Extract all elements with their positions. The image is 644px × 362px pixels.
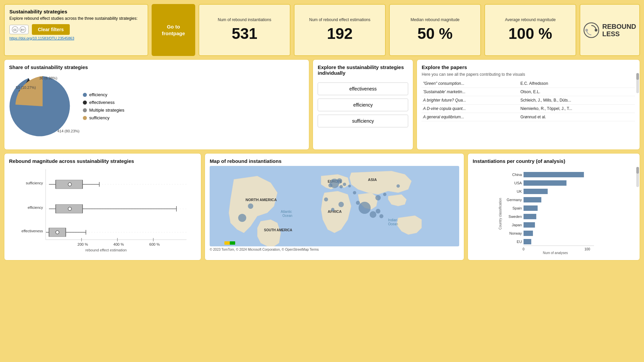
logo-line2: LESS	[602, 30, 620, 38]
pie-legend: efficiency effectiveness Multiple strate…	[83, 92, 124, 120]
legend-item-sufficiency: sufficiency	[83, 115, 124, 120]
svg-point-61	[383, 193, 386, 196]
stat-value-3: 100 %	[508, 24, 552, 43]
papers-title: Explore the papers	[422, 64, 635, 70]
svg-point-35	[68, 207, 71, 210]
svg-text:600 %: 600 %	[149, 242, 160, 246]
strategy-btn-sufficiency[interactable]: sufficiency	[318, 115, 408, 127]
svg-text:Spain: Spain	[513, 206, 522, 210]
svg-text:AFRICA: AFRICA	[328, 209, 342, 214]
clear-filters-button[interactable]: Clear filters	[32, 24, 70, 35]
stat-card-average: Average rebound magnitude 100 %	[484, 4, 576, 56]
svg-point-69	[338, 202, 344, 207]
doi-link[interactable]: https://doi.org/10.11583/DTU.23545863	[9, 36, 143, 40]
go-frontpage-button[interactable]: Go to frontpage	[152, 4, 195, 56]
svg-text:Indian: Indian	[388, 218, 397, 222]
legend-dot-multiple	[83, 108, 87, 112]
papers-scrollbar[interactable]	[636, 73, 639, 93]
svg-point-72	[353, 191, 356, 194]
papers-scrollbar-thumb	[636, 73, 639, 80]
legend-item-multiple: Multiple strategies	[83, 108, 124, 113]
app-title: Sustainability strategies	[9, 9, 143, 14]
svg-rect-74	[230, 241, 235, 245]
svg-text:400 %: 400 %	[113, 242, 124, 246]
strategy-btn-effectiveness[interactable]: effectiveness	[318, 82, 408, 95]
barchart-svg: Country classification China USA UK Germ…	[473, 166, 635, 255]
pie-label-medium: 53 (10.27%)	[16, 85, 36, 89]
paper-author: Niemierko, R., Töppel, J., T...	[519, 105, 635, 113]
paper-author: Schleich, J., Mills, B., Düts...	[519, 96, 635, 105]
pie-chart-panel: Share of sustainability strategies 36 (6…	[4, 59, 309, 150]
barchart-area: Country classification China USA UK Germ…	[473, 166, 635, 255]
stat-value-0: 531	[232, 24, 258, 43]
svg-point-55	[328, 183, 332, 187]
pie-chart-title: Share of sustainability strategies	[9, 64, 304, 70]
strategies-buttons: effectiveness efficiency sufficiency	[318, 82, 408, 127]
legend-dot-sufficiency	[83, 116, 87, 120]
svg-rect-91	[524, 231, 533, 236]
svg-text:100: 100	[585, 247, 590, 251]
logo-area: REBOUND LESS	[580, 4, 640, 56]
papers-row[interactable]: A general equilibrium...Grønnud et al.	[422, 113, 635, 121]
cc-badge: cc BY	[9, 25, 29, 34]
stat-label-2: Median rebound magnitude	[411, 17, 460, 23]
papers-table: "Green" consumption...E.C. Alfredsson'Su…	[422, 79, 635, 121]
strategies-title: Explore the sustainability strategies in…	[318, 64, 408, 76]
legend-item-effectiveness: effectiveness	[83, 100, 124, 105]
svg-point-62	[356, 201, 360, 205]
legend-dot-effectiveness	[83, 101, 87, 105]
logo-inner: REBOUND LESS	[583, 22, 636, 38]
papers-row[interactable]: A brighter future? Qua...Schleich, J., M…	[422, 96, 635, 105]
stat-card-median: Median rebound magnitude 50 %	[389, 4, 481, 56]
svg-point-6	[585, 29, 588, 32]
svg-text:ASIA: ASIA	[368, 178, 377, 182]
svg-text:Ocean: Ocean	[388, 222, 398, 226]
svg-rect-83	[524, 197, 541, 202]
rebound-less-logo-icon	[583, 22, 599, 38]
svg-point-59	[396, 184, 400, 188]
barchart-scrollbar-thumb	[636, 167, 639, 174]
svg-text:rebound effect estimation: rebound effect estimation	[85, 248, 126, 252]
svg-text:Num of analyses: Num of analyses	[543, 251, 568, 255]
pie-label-small: 36 (6.98%)	[39, 76, 57, 80]
map-panel: Map of rebound instantiations	[205, 153, 464, 260]
svg-text:China: China	[512, 173, 522, 177]
svg-point-65	[376, 209, 380, 214]
stat-card-instantiations: Num of rebound instantiations 531	[199, 4, 290, 56]
papers-row[interactable]: "Green" consumption...E.C. Alfredsson	[422, 79, 635, 88]
paper-title: 'Sustainable' marketin...	[422, 88, 519, 96]
svg-text:BY: BY	[21, 28, 25, 32]
main-middle-row: Share of sustainability strategies 36 (6…	[4, 59, 640, 150]
svg-text:Ocean: Ocean	[282, 214, 292, 218]
svg-text:Atlantic: Atlantic	[281, 210, 292, 214]
svg-point-28	[68, 183, 71, 186]
svg-point-57	[348, 185, 351, 187]
papers-row[interactable]: A D-vine copula quant...Niemierko, R., T…	[422, 105, 635, 113]
paper-title: A brighter future? Qua...	[422, 96, 519, 105]
legend-label-efficiency: efficiency	[89, 92, 107, 97]
map-container: NORTH AMERICA SOUTH AMERICA EUROPE ASIA …	[210, 166, 459, 246]
strategies-panel: Explore the sustainability strategies in…	[313, 59, 413, 150]
barchart-scrollbar[interactable]	[636, 167, 639, 187]
boxplot-title: Rebound magnitude across sustainability …	[9, 158, 196, 164]
svg-point-64	[370, 211, 376, 218]
svg-point-58	[339, 185, 343, 188]
svg-rect-87	[524, 214, 536, 219]
legend-item-efficiency: efficiency	[83, 92, 124, 97]
svg-rect-93	[524, 239, 531, 244]
svg-point-60	[375, 195, 381, 200]
svg-text:UK: UK	[517, 189, 522, 193]
strategy-btn-efficiency[interactable]: efficiency	[318, 99, 408, 111]
paper-title: A D-vine copula quant...	[422, 105, 519, 113]
svg-text:effectiveness: effectiveness	[21, 229, 43, 233]
cc-icon: cc	[12, 26, 18, 33]
svg-point-54	[337, 178, 342, 184]
papers-row[interactable]: 'Sustainable' marketin...Olson, E.L.	[422, 88, 635, 96]
svg-text:Country classification: Country classification	[498, 198, 502, 230]
logo-text: REBOUND LESS	[602, 23, 636, 38]
svg-text:Norway: Norway	[509, 231, 522, 235]
app-description: Explore rebound effect studies across th…	[9, 16, 143, 21]
svg-text:Germany: Germany	[507, 198, 522, 202]
legend-dot-efficiency	[83, 93, 87, 97]
svg-text:sufficiency: sufficiency	[26, 181, 43, 185]
